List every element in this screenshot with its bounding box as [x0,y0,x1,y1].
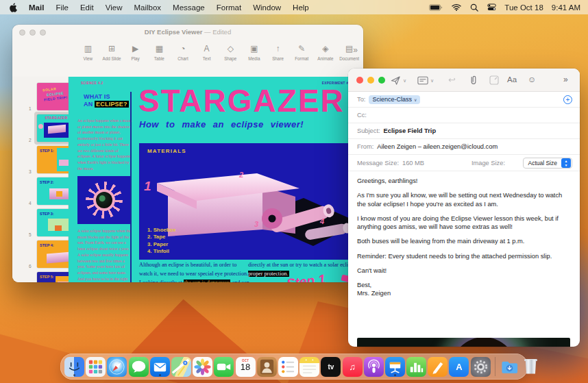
keynote-title-bar[interactable]: DIY Eclipse Viewer — Edited [12,25,363,38]
dock-finder-icon[interactable] [64,357,84,377]
keynote-edited-label: — Edited [204,28,231,36]
cc-field[interactable]: Cc: [348,108,580,123]
dock-reminders-icon[interactable] [278,357,298,377]
menu-format[interactable]: Format [217,3,241,12]
dock-calendar-icon[interactable]: OCT 18 [236,357,256,377]
eclipse-core-icon [96,192,112,208]
dock-mail-icon[interactable] [150,357,170,377]
dock-trash-icon[interactable] [521,357,541,377]
mail-traffic-lights [356,77,385,84]
slide-thumbnail-2-selected[interactable]: 2 STARGAZER [12,114,69,144]
box-number-2: 2 [239,171,243,179]
dock-messages-icon[interactable] [129,357,149,377]
minimize-button[interactable] [367,77,374,84]
toolbar-overflow-icon[interactable]: » [353,45,358,55]
media-button[interactable]: ▣Media [245,40,265,77]
text-button[interactable]: AText [197,40,217,77]
slide-thumbnail-7[interactable]: 7 STEP 5: [12,271,69,282]
menu-message[interactable]: Message [173,3,205,12]
menu-bar-date[interactable]: Tue Oct 18 [504,3,543,12]
toolbar-overflow-icon[interactable]: » [563,75,568,84]
body-paragraph: Both buses will be leaving from the main… [357,237,571,245]
danger-highlight: the sun is dangerous [184,280,231,282]
slide-thumbnail-4[interactable]: 4 STEP 2: [12,177,69,207]
dock-photos-icon[interactable] [193,357,212,377]
dock-launchpad-icon[interactable] [86,357,106,377]
table-button[interactable]: ▦Table [149,40,169,77]
view-button[interactable]: ▥View [78,40,98,77]
from-field[interactable]: From: Aileen Zeigen – aileen.zeigen@iclo… [348,139,580,155]
slide-subtitle: How to make an eclipse viewer! [139,119,304,129]
body-paragraph: As I'm sure you all know, we will be set… [357,191,571,208]
dock-notes-icon[interactable] [299,357,319,377]
slide-thumbnail-3[interactable]: 3 STEP 1: [12,145,69,175]
message-body[interactable]: Greetings, earthlings! As I'm sure you a… [357,177,571,298]
to-field[interactable]: To: Science-Class ∨ + [348,92,580,108]
chevron-down-icon: ∨ [430,78,434,84]
body-signature: Mrs. Zeigen [357,289,571,297]
subject-field[interactable]: Subject: Eclipse Field Trip [348,123,580,139]
close-button[interactable] [19,29,25,36]
menu-window[interactable]: Window [253,3,281,12]
shape-icon: ◇ [221,44,241,55]
shape-button[interactable]: ◇Shape [221,40,241,77]
dock-contacts-icon[interactable] [257,357,277,377]
dock-app-store-icon[interactable]: A [449,357,469,377]
send-button[interactable]: ∨ [391,75,406,86]
format-icon: ✎ [292,44,312,55]
attachment-button[interactable] [469,75,478,86]
dock-music-icon[interactable]: ♫ [343,357,363,377]
dock-maps-icon[interactable] [171,357,191,377]
slide-canvas[interactable]: SCIENCE 4.2 EXPERIMENT #11 WHAT IS AN EC… [69,77,363,282]
insert-photo-button[interactable] [489,75,499,85]
header-fields-button[interactable]: ∨ [417,76,434,85]
minimize-button[interactable] [29,29,36,36]
battery-icon[interactable] [429,4,443,11]
slide-thumbnail-6[interactable]: 6 STEP 4: [12,240,69,270]
dock-downloads-icon[interactable] [500,357,519,377]
menu-mailbox[interactable]: Mailbox [134,3,161,12]
slide-thumbnail-5[interactable]: 5 STEP 3: [12,208,69,238]
chart-button[interactable]: ◔Chart [173,40,193,77]
shoebox-illustration [154,156,360,258]
media-icon: ▣ [245,44,265,55]
app-menu-mail[interactable]: Mail [29,3,44,12]
recipient-token[interactable]: Science-Class ∨ [369,95,420,104]
format-button[interactable]: ✎Format [292,40,312,77]
zoom-button[interactable] [40,29,46,36]
dock-numbers-icon[interactable] [406,357,426,377]
play-button[interactable]: ▶Play [125,40,145,77]
search-icon[interactable] [470,3,478,12]
close-button[interactable] [356,77,363,84]
menu-file[interactable]: File [56,3,69,12]
chevron-down-icon: ∨ [414,97,417,102]
add-recipient-button[interactable]: + [563,95,572,104]
control-center-icon[interactable] [487,3,496,11]
add-slide-button[interactable]: ⊞Add Slide [102,40,122,77]
share-button[interactable]: ↑Share [268,40,288,77]
menu-help[interactable]: Help [293,3,309,12]
menu-edit[interactable]: Edit [80,3,94,12]
box-number-4: 4 [320,217,324,225]
menu-bar-clock[interactable]: 9:41 AM [552,3,580,12]
emoji-button[interactable]: ☺ [528,75,536,84]
calendar-day: 18 [236,362,256,371]
menu-view[interactable]: View [106,3,123,12]
dock-facetime-icon[interactable] [214,357,234,377]
dock-keynote-icon[interactable] [385,357,405,377]
slide-thumbnail-1[interactable]: 1 SOLAR ECLIPSE FIELD TRIP! [12,82,69,112]
chart-icon: ◔ [173,44,193,55]
dock-system-settings-icon[interactable] [471,357,491,377]
dock-apple-tv-icon[interactable]: tv [321,357,341,377]
format-button[interactable]: Aa [507,75,517,84]
dock-safari-icon[interactable] [107,357,127,377]
reply-icon[interactable]: ↩ [448,75,456,85]
eclipse-attachment-image[interactable] [357,338,570,347]
zoom-button[interactable] [378,77,385,84]
dock-podcasts-icon[interactable] [364,357,384,377]
image-size-select[interactable]: Actual Size ▲▼ [523,158,572,169]
dock-pages-icon[interactable] [428,357,448,377]
apple-menu[interactable] [9,3,17,12]
animate-button[interactable]: ◈Animate [316,40,336,77]
wifi-icon[interactable] [452,3,461,11]
